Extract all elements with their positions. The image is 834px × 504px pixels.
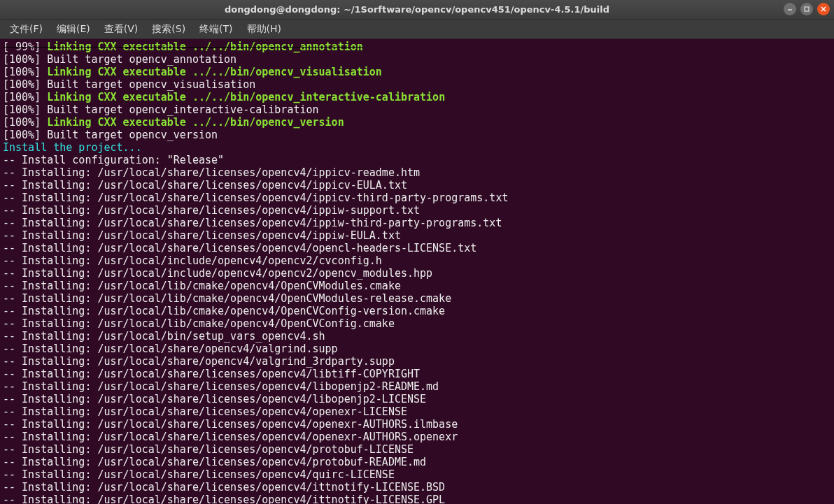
terminal-line: -- Installing: /usr/local/share/licenses… xyxy=(3,204,831,217)
install-line: -- Installing: /usr/local/bin/setup_vars… xyxy=(3,330,325,343)
terminal-line: -- Installing: /usr/local/share/licenses… xyxy=(3,468,831,481)
built-message: [100%] Built target opencv_version xyxy=(3,129,218,141)
install-line: -- Installing: /usr/local/share/licenses… xyxy=(3,431,458,443)
menu-view[interactable]: 查看(V) xyxy=(97,20,146,38)
install-line: -- Installing: /usr/local/lib/cmake/open… xyxy=(3,317,395,330)
install-header: Install the project... xyxy=(3,141,142,154)
install-line: -- Installing: /usr/local/share/licenses… xyxy=(3,368,420,380)
linking-message: Linking CXX executable ../../bin/opencv_… xyxy=(47,66,382,78)
install-line: -- Installing: /usr/local/share/licenses… xyxy=(3,192,508,204)
terminal-line: [100%] Linking CXX executable ../../bin/… xyxy=(3,66,831,78)
terminal-line: [100%] Built target opencv_annotation xyxy=(3,53,831,66)
terminal-line: -- Installing: /usr/local/include/opencv… xyxy=(3,254,831,267)
terminal-line: -- Installing: /usr/local/lib/cmake/open… xyxy=(3,280,831,292)
terminal-line: -- Installing: /usr/local/include/opencv… xyxy=(3,267,831,280)
install-line: -- Installing: /usr/local/share/licenses… xyxy=(3,468,395,481)
terminal-line: [100%] Built target opencv_version xyxy=(3,129,831,141)
window-controls xyxy=(784,3,830,15)
terminal-line: [100%] Linking CXX executable ../../bin/… xyxy=(3,116,831,129)
terminal-line: [100%] Built target opencv_interactive-c… xyxy=(3,103,831,116)
terminal-line: [100%] Built target opencv_visualisation xyxy=(3,78,831,91)
build-percent: [100%] xyxy=(3,66,47,78)
maximize-button[interactable] xyxy=(800,3,813,15)
window-title: dongdong@dongdong: ~/1Sorftware/opencv/o… xyxy=(225,4,609,15)
install-line: -- Installing: /usr/local/share/licenses… xyxy=(3,418,458,431)
linking-message: Linking CXX executable ../../bin/opencv_… xyxy=(47,91,445,103)
terminal-line: [100%] Linking CXX executable ../../bin/… xyxy=(3,91,831,103)
minimize-icon xyxy=(786,6,793,13)
built-message: [100%] Built target opencv_visualisation xyxy=(3,78,255,91)
terminal-line: -- Installing: /usr/local/share/licenses… xyxy=(3,431,831,443)
install-line: -- Installing: /usr/local/share/licenses… xyxy=(3,229,401,242)
menu-file[interactable]: 文件(F) xyxy=(3,20,50,38)
build-percent: [ 99%] xyxy=(3,41,47,53)
terminal-line: -- Installing: /usr/local/share/licenses… xyxy=(3,443,831,456)
install-line: -- Installing: /usr/local/share/licenses… xyxy=(3,405,407,418)
close-button[interactable] xyxy=(817,3,830,15)
install-line: -- Installing: /usr/local/include/opencv… xyxy=(3,267,432,280)
terminal-line: -- Installing: /usr/local/lib/cmake/open… xyxy=(3,317,831,330)
linking-message: Linking CXX executable ../../bin/opencv_… xyxy=(47,41,363,53)
install-line: -- Installing: /usr/local/lib/cmake/open… xyxy=(3,280,401,292)
terminal-line: -- Installing: /usr/local/lib/cmake/open… xyxy=(3,305,831,317)
terminal-line: -- Installing: /usr/local/share/opencv4/… xyxy=(3,343,831,355)
install-line: -- Installing: /usr/local/include/opencv… xyxy=(3,254,382,267)
menu-help[interactable]: 帮助(H) xyxy=(240,20,288,38)
install-line: -- Installing: /usr/local/share/opencv4/… xyxy=(3,343,338,355)
install-line: -- Installing: /usr/local/share/licenses… xyxy=(3,204,420,217)
terminal-line: -- Installing: /usr/local/share/licenses… xyxy=(3,380,831,393)
terminal-line: -- Installing: /usr/local/share/licenses… xyxy=(3,418,831,431)
built-message: [100%] Built target opencv_annotation xyxy=(3,53,236,66)
window-titlebar: dongdong@dongdong: ~/1Sorftware/opencv/o… xyxy=(0,0,834,20)
terminal-line: -- Installing: /usr/local/share/licenses… xyxy=(3,456,831,468)
install-line: -- Installing: /usr/local/share/licenses… xyxy=(3,494,445,504)
install-line: -- Installing: /usr/local/share/licenses… xyxy=(3,393,426,405)
menu-edit[interactable]: 编辑(E) xyxy=(50,20,97,38)
install-line: -- Installing: /usr/local/share/licenses… xyxy=(3,380,439,393)
terminal-line: -- Installing: /usr/local/share/licenses… xyxy=(3,494,831,504)
terminal-line: -- Install configuration: "Release" xyxy=(3,154,831,166)
terminal-line: Install the project... xyxy=(3,141,831,154)
svg-rect-1 xyxy=(805,7,809,11)
built-message: [100%] Built target opencv_interactive-c… xyxy=(3,103,319,116)
terminal-line: -- Installing: /usr/local/lib/cmake/open… xyxy=(3,292,831,305)
terminal-line: -- Installing: /usr/local/share/licenses… xyxy=(3,229,831,242)
install-line: -- Installing: /usr/local/share/licenses… xyxy=(3,242,476,254)
menu-bar: 文件(F) 编辑(E) 查看(V) 搜索(S) 终端(T) 帮助(H) xyxy=(0,20,834,39)
install-line: -- Installing: /usr/local/share/licenses… xyxy=(3,217,502,229)
close-icon xyxy=(820,6,827,13)
install-line: -- Installing: /usr/local/lib/cmake/open… xyxy=(3,292,451,305)
terminal-line: -- Installing: /usr/local/share/licenses… xyxy=(3,368,831,380)
terminal-line: -- Installing: /usr/local/share/licenses… xyxy=(3,217,831,229)
install-config: -- Install configuration: "Release" xyxy=(3,154,224,166)
build-percent: [100%] xyxy=(3,116,47,129)
menu-terminal[interactable]: 终端(T) xyxy=(192,20,239,38)
terminal-line: -- Installing: /usr/local/share/licenses… xyxy=(3,166,831,179)
install-line: -- Installing: /usr/local/share/licenses… xyxy=(3,443,414,456)
terminal-line: -- Installing: /usr/local/share/licenses… xyxy=(3,192,831,204)
terminal-line: -- Installing: /usr/local/share/licenses… xyxy=(3,481,831,494)
install-line: -- Installing: /usr/local/lib/cmake/open… xyxy=(3,305,445,317)
install-line: -- Installing: /usr/local/share/licenses… xyxy=(3,456,426,468)
minimize-button[interactable] xyxy=(784,3,796,15)
install-line: -- Installing: /usr/local/share/opencv4/… xyxy=(3,355,395,368)
terminal-line: -- Installing: /usr/local/share/licenses… xyxy=(3,242,831,254)
terminal-line: -- Installing: /usr/local/share/opencv4/… xyxy=(3,355,831,368)
install-line: -- Installing: /usr/local/share/licenses… xyxy=(3,166,420,179)
maximize-icon xyxy=(803,6,810,13)
install-line: -- Installing: /usr/local/share/licenses… xyxy=(3,481,445,494)
terminal-line: [ 99%] Linking CXX executable ../../bin/… xyxy=(3,41,831,53)
terminal-line: -- Installing: /usr/local/share/licenses… xyxy=(3,179,831,192)
linking-message: Linking CXX executable ../../bin/opencv_… xyxy=(47,116,344,129)
build-percent: [100%] xyxy=(3,91,47,103)
terminal-line: -- Installing: /usr/local/share/licenses… xyxy=(3,393,831,405)
menu-search[interactable]: 搜索(S) xyxy=(145,20,192,38)
terminal-line: -- Installing: /usr/local/bin/setup_vars… xyxy=(3,330,831,343)
terminal-line: -- Installing: /usr/local/share/licenses… xyxy=(3,405,831,418)
install-line: -- Installing: /usr/local/share/licenses… xyxy=(3,179,407,192)
terminal-output[interactable]: [ 99%] Linking CXX executable ../../bin/… xyxy=(0,39,834,504)
